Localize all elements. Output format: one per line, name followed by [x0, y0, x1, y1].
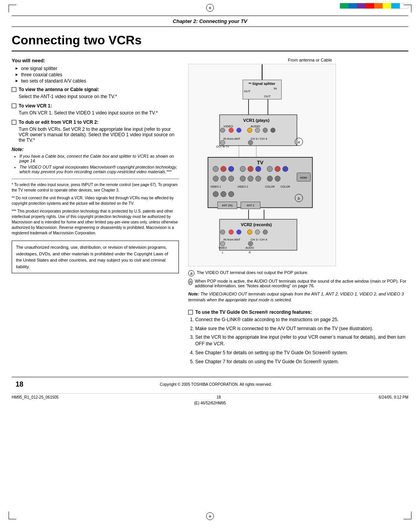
tv-guide-step: See Chapter 5 for details on setting up …: [195, 350, 408, 356]
svg-point-34: [267, 166, 273, 172]
tv-guide-step: See Chapter 7 for details on using the T…: [195, 359, 408, 365]
svg-text:**  Signal splitter: ** Signal splitter: [248, 82, 275, 86]
svg-text:CH 3 / CH 4: CH 3 / CH 4: [250, 238, 267, 241]
footer-bottom-left: HM95_R1_012-25_061505: [12, 395, 59, 399]
dub-body: Turn ON both VCRs. Set VCR 2 to the appr…: [19, 127, 179, 143]
svg-text:COLOR: COLOR: [280, 185, 290, 188]
vcr1-section: To view VCR 1: Turn ON VCR 1. Select the…: [12, 103, 179, 116]
corner-mark-tr: [404, 5, 411, 12]
chapter-title: Chapter 2: Connecting your TV: [173, 18, 247, 24]
vcr1-label: To view VCR 1:: [19, 103, 52, 109]
svg-point-31: [240, 166, 245, 172]
svg-point-12: [220, 128, 225, 133]
you-will-need-section: You will need: one signal splitter three…: [12, 58, 179, 84]
main-content: You will need: one signal splitter three…: [12, 58, 408, 369]
note-item: If you have a Cable box, connect the Cab…: [19, 154, 179, 163]
tv-guide-steps-list: Connect the G-LINK® cable according to t…: [195, 316, 408, 365]
chapter-header: Chapter 2: Connecting your TV: [12, 16, 408, 27]
svg-point-18: [271, 128, 275, 133]
tv-guide-step: Connect the G-LINK® cable according to t…: [195, 316, 408, 323]
svg-text:VIDEO: VIDEO: [219, 246, 227, 249]
note-b-item: b When POP mode is active, the AUDIO OUT…: [188, 279, 408, 288]
svg-text:R: R: [249, 251, 251, 254]
svg-text:IN from ANT: IN from ANT: [224, 137, 241, 141]
callout-a: a: [188, 270, 194, 276]
svg-point-17: [263, 128, 268, 133]
svg-text:OUT: OUT: [264, 95, 271, 98]
dub-checkbox[interactable]: [12, 120, 16, 125]
callout-b: b: [188, 279, 192, 285]
svg-point-65: [229, 230, 233, 234]
note-b-text: When POP mode is active, the AUDIO OUT t…: [195, 279, 408, 288]
svg-point-29: [221, 166, 226, 172]
svg-point-28: [213, 166, 219, 172]
footnotes-divider: [12, 179, 179, 179]
footer-bottom: HM95_R1_012-25_061505 18 6/24/05, 9:12 P…: [12, 393, 408, 401]
list-item: one signal splitter: [16, 66, 179, 71]
diagram-notes: a The VIDEO OUT terminal does not output…: [188, 270, 408, 288]
antenna-section: To view the antenna or Cable signal: Sel…: [12, 87, 179, 99]
svg-point-36: [283, 166, 288, 172]
tv-guide-title: To use the TV Guide On Screen® recording…: [188, 309, 408, 315]
tv-guide-step: Set the VCR to the appropriate line inpu…: [195, 334, 408, 347]
svg-text:AUDIO: AUDIO: [245, 246, 254, 249]
note-section: Note: If you have a Cable box, connect t…: [12, 147, 179, 174]
diagram-area: From antenna or Cable ** Signal splitter…: [188, 58, 408, 365]
svg-point-16: [255, 128, 260, 133]
svg-text:TV: TV: [257, 160, 264, 165]
svg-point-21: [220, 140, 225, 145]
footnote-3: *** This product incorporates protection…: [12, 209, 179, 236]
svg-point-14: [236, 128, 241, 133]
note-bold-text: The VIDEO/AUDIO OUT terminals output sig…: [188, 292, 404, 302]
dub-label: To dub or edit from VCR 1 to VCR 2:: [19, 120, 98, 125]
corner-mark-bl: [9, 512, 16, 519]
tv-guide-section: To use the TV Guide On Screen® recording…: [188, 309, 408, 365]
svg-point-49: [213, 192, 219, 197]
corner-mark-br: [404, 512, 411, 519]
svg-point-30: [228, 166, 234, 172]
vcr1-checkbox[interactable]: [12, 104, 16, 108]
svg-point-22: [248, 140, 253, 145]
svg-text:b: b: [298, 196, 300, 200]
registration-mark-bottom: [206, 512, 214, 520]
svg-point-37: [213, 176, 219, 181]
svg-text:OUT to TV: OUT to TV: [216, 145, 229, 148]
svg-point-35: [275, 166, 280, 172]
svg-point-64: [220, 230, 225, 234]
svg-point-41: [248, 176, 253, 181]
svg-point-73: [248, 241, 253, 246]
svg-point-13: [229, 128, 233, 133]
tv-guide-checkbox-section: To use the TV Guide On Screen® recording…: [188, 309, 408, 365]
list-item: three coaxial cables: [16, 72, 179, 77]
svg-point-72: [220, 241, 225, 246]
dub-section: To dub or edit from VCR 1 to VCR 2: Turn…: [12, 120, 179, 143]
page-title: Connecting two VCRs: [12, 33, 408, 51]
from-antenna-label: From antenna or Cable: [212, 58, 408, 62]
registration-mark-top: [206, 4, 214, 12]
dub-title: To dub or edit from VCR 1 to VCR 2:: [12, 120, 179, 125]
antenna-checkbox[interactable]: [12, 87, 16, 92]
note-title: Note:: [12, 147, 179, 152]
svg-text:CH 3 / CH 4: CH 3 / CH 4: [250, 137, 267, 141]
tv-guide-label: To use the TV Guide On Screen® recording…: [195, 309, 312, 315]
svg-point-68: [255, 230, 260, 234]
note-a-item: a The VIDEO OUT terminal does not output…: [188, 270, 408, 276]
svg-text:a: a: [298, 140, 300, 144]
warning-text: The unauthorized recording, use, distrib…: [16, 245, 168, 269]
note-list: If you have a Cable box, connect the Cab…: [19, 154, 179, 174]
note-a-text: The VIDEO OUT terminal does not output t…: [197, 270, 308, 275]
svg-point-15: [247, 128, 252, 133]
tv-guide-checkbox[interactable]: [188, 310, 193, 315]
footer-model: (E) 46/52/62HM95: [194, 401, 226, 405]
svg-text:VCR2 (records): VCR2 (records): [241, 222, 272, 227]
footnote-2: ** Do not connect the unit through a VCR…: [12, 195, 179, 206]
svg-text:VIDEO: VIDEO: [224, 125, 233, 128]
svg-text:OUT: OUT: [244, 90, 250, 93]
left-column: You will need: one signal splitter three…: [12, 58, 179, 369]
warning-box: The unauthorized recording, use, distrib…: [12, 241, 179, 273]
footnote-1: * To select the video input source, pres…: [12, 182, 179, 193]
svg-text:IN from ANT: IN from ANT: [224, 238, 241, 241]
svg-text:VIDEO 2: VIDEO 2: [238, 185, 248, 188]
svg-text:AUDIO: AUDIO: [250, 125, 260, 128]
svg-point-32: [248, 166, 253, 172]
